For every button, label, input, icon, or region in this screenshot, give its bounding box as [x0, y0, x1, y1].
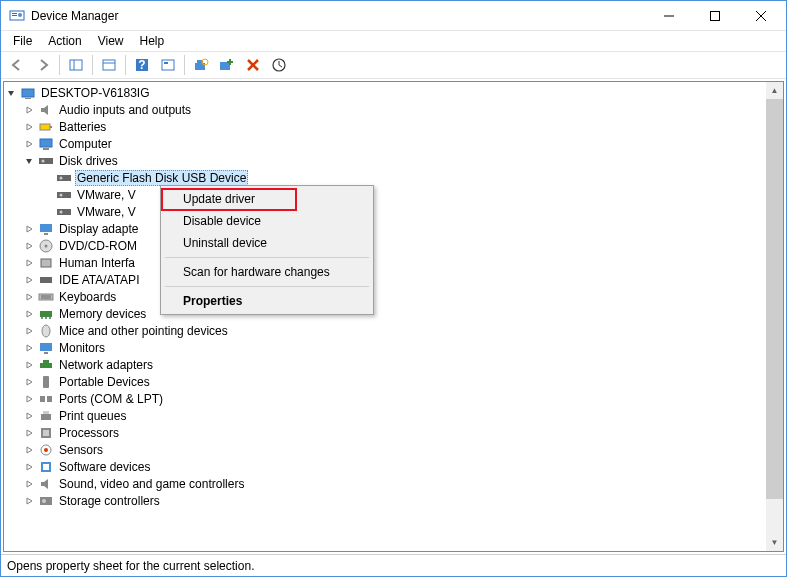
tree-category[interactable]: Computer: [4, 135, 783, 152]
tree-category[interactable]: Ports (COM & LPT): [4, 390, 783, 407]
expand-toggle[interactable]: [22, 477, 36, 491]
tree-category[interactable]: Batteries: [4, 118, 783, 135]
expand-toggle[interactable]: [22, 494, 36, 508]
expand-toggle[interactable]: [22, 290, 36, 304]
tree-item-label: Storage controllers: [57, 494, 162, 508]
expand-toggle[interactable]: [22, 137, 36, 151]
software-icon: [38, 459, 54, 475]
tree-category[interactable]: Display adapte: [4, 220, 783, 237]
menu-file[interactable]: File: [5, 32, 40, 50]
tree-category[interactable]: Keyboards: [4, 288, 783, 305]
tree-category[interactable]: Print queues: [4, 407, 783, 424]
scrollbar[interactable]: ▲ ▼: [766, 82, 783, 551]
menu-help[interactable]: Help: [132, 32, 173, 50]
svg-rect-51: [49, 317, 51, 319]
scroll-up-arrow[interactable]: ▲: [766, 82, 783, 99]
maximize-button[interactable]: [692, 1, 738, 31]
scrollbar-thumb[interactable]: [766, 99, 783, 499]
tree-root[interactable]: DESKTOP-V6183IG: [4, 84, 783, 101]
expand-toggle[interactable]: [22, 256, 36, 270]
action-button[interactable]: [156, 53, 180, 77]
tree-device[interactable]: VMware, V: [4, 203, 783, 220]
battery-icon: [38, 119, 54, 135]
tree-category[interactable]: Software devices: [4, 458, 783, 475]
tree-item-label: Mice and other pointing devices: [57, 324, 230, 338]
context-menu-item[interactable]: Scan for hardware changes: [163, 261, 371, 283]
context-menu-item[interactable]: Disable device: [163, 210, 371, 232]
tree-category[interactable]: Storage controllers: [4, 492, 783, 509]
tree-category[interactable]: Sensors: [4, 441, 783, 458]
svg-point-65: [44, 448, 48, 452]
expand-toggle[interactable]: [22, 392, 36, 406]
svg-rect-10: [103, 60, 115, 70]
expand-toggle[interactable]: [22, 239, 36, 253]
svg-rect-48: [40, 311, 52, 317]
collapse-toggle[interactable]: [4, 86, 18, 100]
expand-toggle[interactable]: [22, 273, 36, 287]
context-menu-item[interactable]: Properties: [163, 290, 371, 312]
svg-rect-58: [40, 396, 45, 402]
tree-category[interactable]: Mice and other pointing devices: [4, 322, 783, 339]
tree-item-label: Keyboards: [57, 290, 118, 304]
tree-category[interactable]: Processors: [4, 424, 783, 441]
expand-toggle[interactable]: [22, 443, 36, 457]
tree-device[interactable]: Generic Flash Disk USB Device: [4, 169, 783, 186]
svg-rect-59: [47, 396, 52, 402]
mouse-icon: [38, 323, 54, 339]
svg-rect-27: [40, 124, 50, 130]
disk-icon: [38, 153, 54, 169]
expand-toggle[interactable]: [22, 426, 36, 440]
uninstall-button[interactable]: [241, 53, 265, 77]
device-tree[interactable]: DESKTOP-V6183IGAudio inputs and outputsB…: [4, 82, 783, 551]
scroll-down-arrow[interactable]: ▼: [766, 534, 783, 551]
expand-toggle[interactable]: [22, 222, 36, 236]
window-title: Device Manager: [31, 9, 646, 23]
expand-toggle[interactable]: [22, 375, 36, 389]
context-menu-item[interactable]: Uninstall device: [163, 232, 371, 254]
forward-button[interactable]: [31, 53, 55, 77]
back-button[interactable]: [5, 53, 29, 77]
close-button[interactable]: [738, 1, 784, 31]
tree-category[interactable]: Disk drives: [4, 152, 783, 169]
context-menu-separator: [165, 257, 369, 258]
add-legacy-button[interactable]: [215, 53, 239, 77]
show-hide-tree-button[interactable]: [64, 53, 88, 77]
minimize-button[interactable]: [646, 1, 692, 31]
context-menu-item[interactable]: Update driver: [163, 188, 371, 210]
expand-toggle[interactable]: [22, 409, 36, 423]
tree-category[interactable]: Portable Devices: [4, 373, 783, 390]
svg-rect-49: [41, 317, 43, 319]
expand-toggle[interactable]: [22, 341, 36, 355]
ide-icon: [38, 272, 54, 288]
expand-toggle[interactable]: [22, 324, 36, 338]
menu-view[interactable]: View: [90, 32, 132, 50]
tree-device[interactable]: VMware, V: [4, 186, 783, 203]
expand-toggle[interactable]: [22, 103, 36, 117]
expand-toggle[interactable]: [22, 358, 36, 372]
svg-rect-39: [40, 224, 52, 232]
tree-category[interactable]: Network adapters: [4, 356, 783, 373]
tree-category[interactable]: Monitors: [4, 339, 783, 356]
update-driver-button[interactable]: [267, 53, 291, 77]
menu-action[interactable]: Action: [40, 32, 89, 50]
tree-category[interactable]: Memory devices: [4, 305, 783, 322]
svg-point-52: [42, 325, 50, 337]
scan-hardware-button[interactable]: [189, 53, 213, 77]
svg-rect-37: [57, 209, 71, 215]
disk-icon: [56, 204, 72, 220]
tree-category[interactable]: Sound, video and game controllers: [4, 475, 783, 492]
tree-category[interactable]: Human Interfa: [4, 254, 783, 271]
svg-rect-28: [50, 126, 52, 128]
expand-toggle[interactable]: [22, 120, 36, 134]
svg-rect-44: [40, 277, 52, 283]
expand-toggle[interactable]: [22, 307, 36, 321]
root-icon: [20, 85, 36, 101]
properties-button[interactable]: [97, 53, 121, 77]
help-button[interactable]: ?: [130, 53, 154, 77]
menubar: File Action View Help: [1, 31, 786, 51]
collapse-toggle[interactable]: [22, 154, 36, 168]
tree-category[interactable]: DVD/CD-ROM: [4, 237, 783, 254]
tree-category[interactable]: Audio inputs and outputs: [4, 101, 783, 118]
expand-toggle[interactable]: [22, 460, 36, 474]
tree-category[interactable]: IDE ATA/ATAPI: [4, 271, 783, 288]
